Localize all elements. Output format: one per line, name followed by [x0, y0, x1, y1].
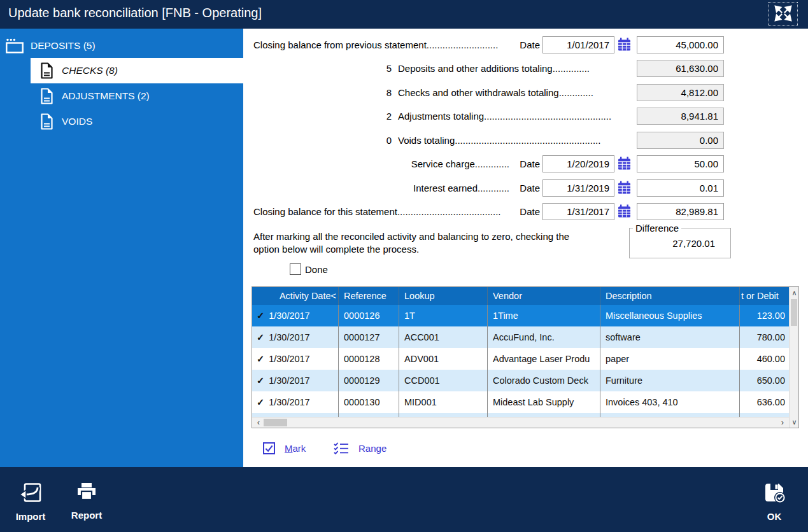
column-header-vendor[interactable]: Vendor — [488, 287, 600, 305]
reconciliation-grid: Activity Date< Reference Lookup Vendor D… — [252, 286, 799, 428]
adjustments-total-field — [637, 108, 724, 125]
cell-lookup: MID001 — [399, 391, 488, 413]
cell-amount: 780.00 — [740, 326, 789, 348]
document-icon — [40, 88, 53, 104]
cell-lookup: CCD001 — [399, 370, 488, 391]
sidebar-item-label: VOIDS — [62, 116, 92, 127]
scroll-right-icon[interactable]: › — [777, 417, 788, 427]
deposits-total-field — [637, 60, 724, 77]
save-check-icon — [762, 480, 786, 507]
sidebar-item-voids[interactable]: VOIDS — [31, 109, 243, 134]
checks-totaling-label: Checks and other withdrawals totaling...… — [398, 84, 593, 101]
done-checkbox-label: Done — [305, 263, 328, 276]
deposits-count: 5 — [376, 60, 392, 77]
closing-balance-statement-label: Closing balance for this statement......… — [253, 203, 500, 220]
horizontal-scroll-thumb[interactable] — [264, 419, 287, 426]
done-checkbox[interactable] — [290, 263, 301, 275]
report-button-label: Report — [71, 510, 102, 521]
ok-button[interactable]: OK — [755, 480, 793, 522]
cell-amount: 123.00 — [740, 305, 789, 326]
previous-balance-amount-input[interactable] — [637, 36, 724, 53]
cell-lookup: ADV001 — [399, 348, 488, 370]
voids-count: 0 — [376, 132, 392, 149]
voids-totaling-label: Voids totaling..........................… — [398, 132, 600, 149]
table-row[interactable]: ✓1/30/2017 0000130 MID001 Mideast Lab Su… — [252, 391, 798, 413]
checks-total-field — [637, 84, 724, 101]
vertical-scroll-thumb[interactable] — [791, 299, 797, 326]
calendar-icon[interactable] — [617, 181, 631, 195]
scroll-left-icon[interactable]: ‹ — [253, 417, 264, 427]
expand-window-button[interactable] — [768, 2, 798, 26]
calendar-icon[interactable] — [617, 157, 631, 171]
marked-check-icon: ✓ — [257, 332, 264, 342]
adjustments-totaling-label: Adjustments totaling....................… — [398, 108, 611, 125]
previous-statement-date-input[interactable] — [542, 36, 614, 53]
cell-lookup: ACC001 — [399, 326, 488, 348]
table-row[interactable]: ✓1/30/2017 0000127 ACC001 AccuFund, Inc.… — [252, 326, 798, 348]
service-charge-date-input[interactable] — [542, 155, 614, 172]
difference-groupbox: Difference 27,720.01 — [629, 223, 731, 258]
marked-check-icon: ✓ — [257, 354, 264, 364]
cell-lookup: 1T — [399, 305, 488, 326]
cell-activity-date: ✓1/30/2017 — [252, 348, 339, 370]
difference-value: 27,720.01 — [630, 234, 730, 249]
checklist-icon — [334, 442, 349, 454]
range-button-label: Range — [358, 443, 386, 454]
vertical-scrollbar[interactable]: ∧ ∨ — [789, 287, 798, 428]
ok-button-label: OK — [767, 511, 782, 522]
cell-description: Furniture — [600, 370, 740, 391]
interest-earned-date-input[interactable] — [542, 179, 614, 197]
calendar-icon[interactable] — [617, 38, 631, 52]
scroll-up-icon[interactable]: ∧ — [790, 288, 799, 298]
service-charge-amount-input[interactable] — [637, 155, 724, 172]
interest-earned-amount-input[interactable] — [637, 179, 724, 197]
horizontal-scrollbar[interactable]: ‹ › — [252, 417, 789, 428]
expand-arrows-icon — [774, 5, 793, 24]
completion-note: After marking all the reconciled activit… — [253, 230, 635, 256]
date-label: Date — [503, 179, 540, 197]
cell-reference: 0000130 — [339, 391, 399, 413]
document-icon — [40, 113, 53, 130]
mark-button[interactable]: Mark — [263, 442, 306, 454]
sidebar-item-deposits[interactable]: DEPOSITS (5) — [0, 34, 243, 58]
report-button[interactable]: Report — [67, 481, 106, 521]
sidebar: DEPOSITS (5) CHECKS (8) ADJUSTMENTS (2) — [0, 29, 243, 467]
range-button[interactable]: Range — [334, 442, 386, 454]
import-button[interactable]: Import — [11, 481, 50, 522]
closing-balance-amount-input[interactable] — [637, 203, 724, 220]
table-row[interactable]: ✓1/30/2017 0000126 1T 1Time Miscellaneou… — [252, 305, 798, 326]
cell-reference: 0000126 — [339, 305, 399, 326]
document-icon — [40, 62, 53, 79]
import-button-label: Import — [16, 511, 46, 522]
cell-description: software — [600, 326, 740, 348]
date-label: Date — [503, 155, 540, 172]
cell-description: paper — [600, 348, 740, 370]
calendar-icon[interactable] — [617, 204, 631, 218]
action-bar: Import Report OK — [0, 467, 808, 532]
mark-button-label: Mark — [285, 443, 306, 454]
column-header-activity-date[interactable]: Activity Date< — [252, 287, 339, 305]
cell-reference: 0000127 — [339, 326, 399, 348]
column-header-reference[interactable]: Reference — [339, 287, 399, 305]
cell-description: Miscellaneous Supplies — [600, 305, 740, 326]
deposits-totaling-label: Deposits and other additions totaling...… — [398, 60, 590, 77]
cell-vendor: Colorado Custom Deck — [488, 370, 600, 391]
date-label: Date — [503, 203, 540, 220]
sidebar-item-label: CHECKS (8) — [62, 65, 118, 76]
scroll-down-icon[interactable]: ∨ — [790, 417, 799, 427]
sidebar-item-checks[interactable]: CHECKS (8) — [31, 58, 243, 83]
cell-vendor: AccuFund, Inc. — [488, 326, 600, 348]
column-header-credit-or-debit[interactable]: t or Debit — [740, 287, 789, 305]
table-row[interactable]: ✓1/30/2017 0000128 ADV001 Advantage Lase… — [252, 348, 798, 370]
title-bar: Update bank reconciliation [FNB - Operat… — [0, 0, 808, 29]
column-header-lookup[interactable]: Lookup — [399, 287, 488, 305]
marked-check-icon: ✓ — [257, 375, 264, 386]
closing-statement-date-input[interactable] — [542, 203, 614, 220]
cell-activity-date: ✓1/30/2017 — [252, 326, 339, 348]
marked-check-icon: ✓ — [257, 311, 264, 321]
table-row[interactable]: ✓1/30/2017 0000129 CCD001 Colorado Custo… — [252, 370, 798, 391]
column-header-description[interactable]: Description — [600, 287, 740, 305]
window-icon — [6, 38, 24, 53]
sidebar-item-adjustments[interactable]: ADJUSTMENTS (2) — [31, 83, 243, 109]
mark-checkbox-icon — [263, 442, 275, 454]
